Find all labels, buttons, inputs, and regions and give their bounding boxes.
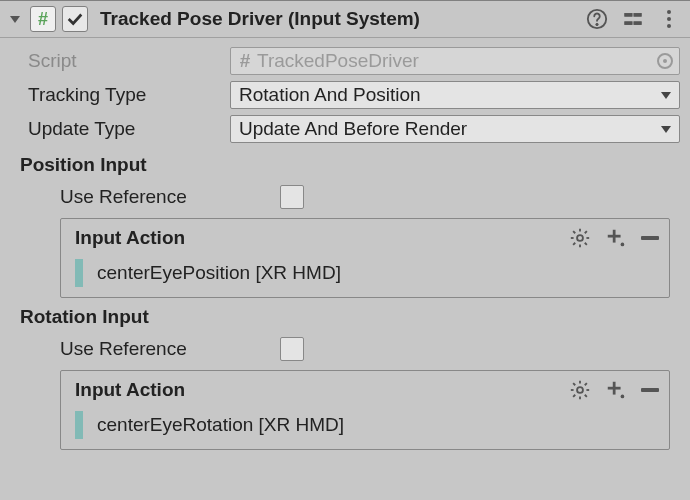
rotation-input-header: Rotation Input: [20, 306, 680, 328]
enable-checkbox[interactable]: [62, 6, 88, 32]
script-label: Script: [10, 50, 230, 72]
script-type-icon: #: [30, 6, 56, 32]
chevron-down-icon: [661, 126, 671, 133]
minus-icon[interactable]: [641, 236, 659, 240]
rotation-input-action-box: Input Action: [60, 370, 670, 450]
script-row: Script # TrackedPoseDriver: [10, 44, 680, 78]
update-type-dropdown[interactable]: Update And Before Render: [230, 115, 680, 143]
svg-point-29: [621, 395, 625, 399]
position-binding-row[interactable]: centerEyePosition [XR HMD]: [61, 257, 669, 297]
object-picker-icon[interactable]: [657, 53, 673, 69]
svg-line-25: [573, 395, 575, 397]
rotation-input-action-head: Input Action: [61, 371, 669, 409]
plus-icon[interactable]: [605, 379, 627, 401]
binding-bar-icon: [75, 259, 83, 287]
svg-point-6: [577, 235, 583, 241]
position-input-header: Position Input: [20, 154, 680, 176]
tracking-type-label: Tracking Type: [10, 84, 230, 106]
update-type-label: Update Type: [10, 118, 230, 140]
svg-line-12: [585, 243, 587, 245]
tracking-type-row: Tracking Type Rotation And Position: [10, 78, 680, 112]
svg-line-24: [585, 395, 587, 397]
position-action-icon-group: [569, 227, 659, 249]
position-input-action-box: Input Action: [60, 218, 670, 298]
header-icon-group: [586, 8, 680, 30]
rotation-use-reference-checkbox[interactable]: [280, 337, 304, 361]
svg-line-23: [573, 383, 575, 385]
script-object-field[interactable]: # TrackedPoseDriver: [230, 47, 680, 75]
help-icon[interactable]: [586, 8, 608, 30]
rotation-action-icon-group: [569, 379, 659, 401]
position-input-action-head: Input Action: [61, 219, 669, 257]
svg-point-1: [596, 23, 598, 25]
update-type-value: Update And Before Render: [239, 118, 467, 140]
svg-rect-5: [634, 22, 641, 25]
position-use-reference-label: Use Reference: [10, 186, 280, 208]
svg-line-13: [573, 243, 575, 245]
svg-rect-2: [625, 14, 632, 17]
svg-rect-4: [625, 22, 632, 25]
svg-line-26: [585, 383, 587, 385]
component-title: Tracked Pose Driver (Input System): [100, 8, 580, 30]
position-input-action-label: Input Action: [75, 227, 569, 249]
foldout-triangle-icon[interactable]: [10, 16, 20, 23]
rotation-use-reference-row: Use Reference: [10, 332, 680, 366]
svg-point-17: [621, 243, 625, 247]
gear-icon[interactable]: [569, 379, 591, 401]
component-header[interactable]: # Tracked Pose Driver (Input System): [0, 0, 690, 38]
hash-icon: #: [237, 53, 253, 69]
position-binding-text: centerEyePosition [XR HMD]: [97, 262, 341, 284]
rotation-input-action-label: Input Action: [75, 379, 569, 401]
inspector-panel: # Tracked Pose Driver (Input System) Scr…: [0, 0, 690, 500]
component-body: Script # TrackedPoseDriver Tracking Type…: [0, 38, 690, 464]
rotation-binding-row[interactable]: centerEyeRotation [XR HMD]: [61, 409, 669, 449]
position-use-reference-row: Use Reference: [10, 180, 680, 214]
script-name: TrackedPoseDriver: [257, 50, 653, 72]
binding-bar-icon: [75, 411, 83, 439]
svg-line-11: [573, 231, 575, 233]
svg-rect-3: [634, 14, 641, 17]
svg-point-18: [577, 387, 583, 393]
tracking-type-dropdown[interactable]: Rotation And Position: [230, 81, 680, 109]
presets-icon[interactable]: [622, 8, 644, 30]
rotation-use-reference-label: Use Reference: [10, 338, 280, 360]
update-type-row: Update Type Update And Before Render: [10, 112, 680, 146]
plus-icon[interactable]: [605, 227, 627, 249]
context-menu-icon[interactable]: [658, 8, 680, 30]
checkmark-icon: [66, 10, 84, 28]
position-use-reference-checkbox[interactable]: [280, 185, 304, 209]
tracking-type-value: Rotation And Position: [239, 84, 421, 106]
chevron-down-icon: [661, 92, 671, 99]
svg-line-14: [585, 231, 587, 233]
minus-icon[interactable]: [641, 388, 659, 392]
rotation-binding-text: centerEyeRotation [XR HMD]: [97, 414, 344, 436]
gear-icon[interactable]: [569, 227, 591, 249]
